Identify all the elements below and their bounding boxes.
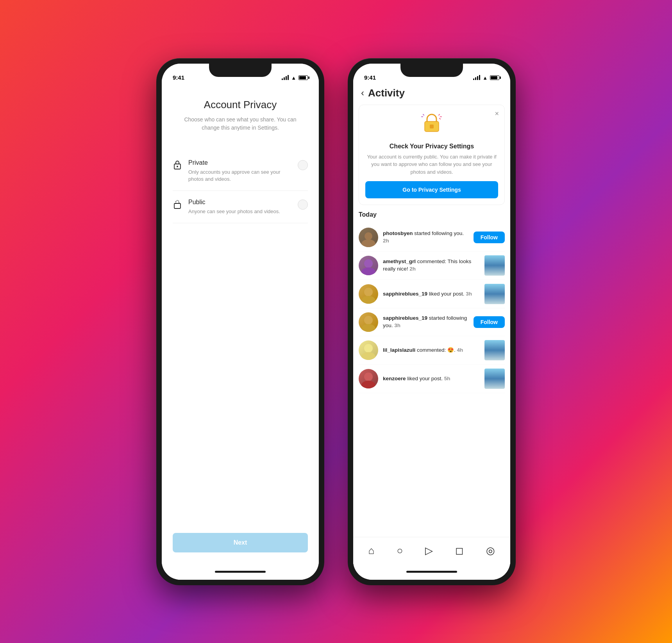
activity-item: sapphireblues_19 started following you. … — [359, 308, 505, 336]
battery-icon — [298, 75, 308, 80]
svg-point-21 — [361, 381, 375, 388]
notch — [209, 64, 272, 77]
activity-thumbnail — [484, 255, 505, 276]
svg-point-1 — [177, 166, 178, 167]
activity-header: ‹ Activity — [353, 83, 510, 105]
avatar — [359, 340, 378, 360]
svg-point-13 — [361, 267, 375, 275]
activity-time: 5h — [444, 376, 450, 381]
public-lock-icon — [173, 199, 182, 210]
username: sapphireblues_19 — [383, 315, 427, 321]
privacy-settings-button[interactable]: Go to Privacy Settings — [365, 181, 498, 198]
svg-line-5 — [439, 114, 440, 115]
right-battery-icon — [490, 75, 499, 80]
activity-item: lil_lapislazuli commented: 😍. 4h — [359, 336, 505, 365]
activity-list: Today photosbyen started following you. … — [353, 211, 510, 537]
private-option-desc: Only accounts you approve can see your p… — [188, 169, 291, 183]
right-signal-icon — [473, 75, 480, 80]
wifi-icon: ▲ — [291, 75, 296, 81]
private-option[interactable]: Private Only accounts you approve can se… — [173, 151, 308, 191]
right-time: 9:41 — [364, 74, 376, 81]
activity-time: 3h — [394, 322, 400, 328]
next-btn-container: Next — [173, 525, 308, 564]
status-icons: ▲ — [282, 75, 308, 81]
left-status-bar: 9:41 ▲ — [162, 64, 319, 83]
privacy-screen-subtitle: Choose who can see what you share. You c… — [173, 116, 308, 132]
activity-time: 2h — [409, 266, 416, 272]
activity-time: 3h — [466, 291, 472, 297]
svg-point-15 — [361, 296, 375, 304]
svg-line-7 — [440, 118, 440, 119]
username: sapphireblues_19 — [383, 291, 427, 297]
activity-screen: ‹ Activity × — [353, 83, 510, 564]
right-notch — [400, 64, 463, 77]
svg-rect-4 — [430, 125, 434, 128]
activity-thumbnail — [484, 369, 505, 389]
username: photosbyen — [383, 230, 413, 236]
privacy-card-desc: Your account is currently public. You ca… — [365, 153, 498, 176]
svg-point-10 — [365, 232, 372, 240]
avatar — [359, 256, 378, 275]
privacy-screen-title: Account Privacy — [173, 99, 308, 111]
svg-rect-2 — [174, 203, 181, 208]
svg-point-12 — [364, 259, 373, 268]
username: kenzoere — [383, 376, 406, 381]
activity-item: kenzoere liked your post. 5h — [359, 365, 505, 393]
svg-point-18 — [364, 344, 373, 353]
privacy-card-title: Check Your Privacy Settings — [365, 143, 498, 150]
nav-shop-icon[interactable]: ◻ — [455, 545, 464, 557]
svg-point-20 — [364, 372, 373, 381]
private-option-content: Private Only accounts you approve can se… — [188, 159, 291, 183]
activity-text: kenzoere liked your post. 5h — [383, 375, 480, 383]
username: lil_lapislazuli — [383, 347, 415, 353]
svg-point-19 — [361, 352, 375, 360]
next-button[interactable]: Next — [173, 533, 308, 552]
privacy-check-card: × Check — [359, 105, 505, 205]
activity-item: amethyst_grl commented: This looks reall… — [359, 251, 505, 280]
public-option-title: Public — [188, 199, 291, 206]
left-home-indicator — [162, 564, 319, 580]
activity-item: sapphireblues_19 liked your post. 3h — [359, 280, 505, 308]
activity-thumbnail — [484, 284, 505, 304]
activity-item: photosbyen started following you. 2h Fol… — [359, 224, 505, 251]
lock-icon — [173, 159, 182, 170]
follow-button[interactable]: Follow — [474, 232, 505, 243]
privacy-screen: Account Privacy Choose who can see what … — [162, 83, 319, 564]
left-time: 9:41 — [173, 74, 184, 81]
username: amethyst_grl — [383, 258, 416, 264]
private-radio[interactable] — [298, 160, 308, 170]
nav-reels-icon[interactable]: ▷ — [425, 545, 433, 557]
svg-point-14 — [364, 288, 373, 296]
avatar — [359, 312, 378, 332]
nav-home-icon[interactable]: ⌂ — [368, 545, 375, 557]
home-bar — [215, 571, 266, 573]
close-button[interactable]: × — [495, 110, 499, 118]
activity-text: sapphireblues_19 started following you. … — [383, 315, 469, 330]
activity-title: Activity — [368, 87, 405, 99]
right-status-icons: ▲ — [473, 75, 499, 81]
public-option-desc: Anyone can see your photos and videos. — [188, 208, 291, 215]
right-home-bar — [406, 571, 457, 573]
privacy-lock-icon — [365, 111, 498, 139]
svg-point-17 — [361, 324, 375, 332]
activity-time: 2h — [383, 238, 389, 244]
avatar — [359, 369, 378, 388]
public-option[interactable]: Public Anyone can see your photos and vi… — [173, 191, 308, 223]
avatar — [359, 228, 378, 247]
activity-thumbnail — [484, 340, 505, 360]
public-option-content: Public Anyone can see your photos and vi… — [188, 199, 291, 215]
public-radio[interactable] — [298, 199, 308, 210]
back-button[interactable]: ‹ — [361, 88, 364, 98]
svg-point-11 — [361, 239, 375, 247]
signal-icon — [282, 75, 289, 80]
bottom-nav: ⌂ ○ ▷ ◻ ◎ — [353, 537, 510, 564]
right-status-bar: 9:41 ▲ — [353, 64, 510, 83]
private-option-title: Private — [188, 159, 291, 166]
left-phone: 9:41 ▲ Account Privacy Choose who can se… — [156, 58, 324, 585]
svg-line-8 — [423, 114, 424, 115]
follow-button[interactable]: Follow — [474, 316, 505, 328]
nav-profile-icon[interactable]: ◎ — [486, 545, 495, 557]
avatar — [359, 284, 378, 304]
activity-time: 4h — [457, 347, 463, 353]
nav-search-icon[interactable]: ○ — [397, 545, 403, 557]
